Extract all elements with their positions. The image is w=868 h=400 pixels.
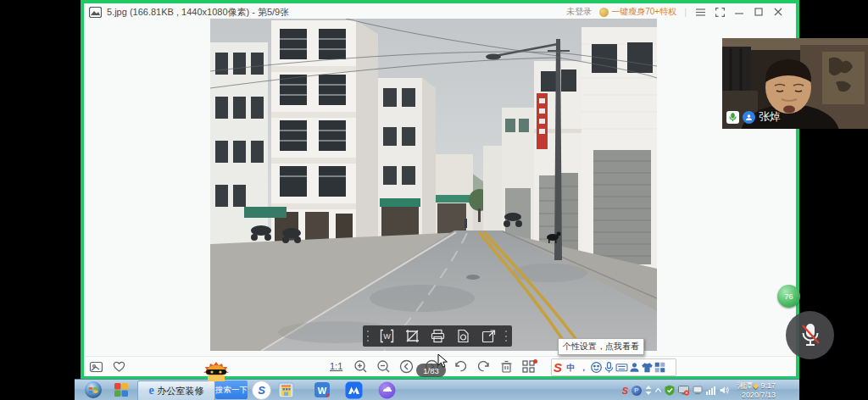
convert-file-button[interactable]	[456, 329, 470, 343]
previous-image-button[interactable]	[399, 359, 414, 374]
search-button[interactable]: 搜索一下	[215, 381, 248, 399]
start-button[interactable]	[84, 381, 103, 399]
divider: |	[684, 7, 687, 17]
participant-name: 张焯	[759, 109, 781, 125]
tray-date: 2020/7/13	[733, 391, 776, 400]
tray-clock[interactable]: 湘潭◆ 9:17 2020/7/13	[733, 381, 776, 399]
weather-icon: ◆	[753, 381, 759, 390]
open-with-button[interactable]	[481, 329, 496, 343]
titlebar: 5.jpg (166.81KB , 1440x1080像素) - 第5/9张 未…	[84, 3, 796, 20]
promo-badge-label: 一键瘦身70+特权	[611, 6, 676, 18]
drag-handle-right[interactable]	[505, 331, 508, 342]
ie-window-button[interactable]: e 办公室装修	[137, 381, 215, 400]
svg-text:W: W	[318, 386, 327, 396]
tray-volume-icon[interactable]	[720, 386, 730, 395]
sogou-skin-shirt-icon[interactable]	[641, 361, 654, 374]
sogou-voice-mic-icon[interactable]	[603, 361, 615, 374]
search-button-label: 搜索一下	[215, 385, 248, 396]
gallery-icon[interactable]	[89, 359, 103, 374]
mascot-flame-icon[interactable]	[203, 362, 230, 381]
tray-updown-icon[interactable]	[645, 386, 652, 395]
taskbar-app-colorful[interactable]	[113, 381, 130, 399]
watermark-button[interactable]: W	[380, 329, 394, 343]
tray-location: 湘潭	[737, 381, 753, 390]
window-title: 5.jpg (166.81KB , 1440x1080像素) - 第5/9张	[107, 6, 289, 19]
actual-size-button[interactable]: 1:1	[330, 361, 342, 375]
voov-meeting-icon[interactable]	[343, 381, 364, 399]
sogou-letter: S	[258, 384, 265, 397]
viewer-logo-icon	[89, 7, 102, 18]
accelerator-ball[interactable]: 76	[777, 285, 800, 308]
minimize-button[interactable]	[733, 6, 745, 18]
sogou-toolbox-icon[interactable]	[654, 361, 666, 374]
delete-trash-icon[interactable]	[499, 359, 514, 374]
sogou-logo[interactable]: S	[554, 360, 562, 375]
building-app-icon	[278, 382, 294, 398]
tray-time: 9:17	[760, 381, 776, 390]
coin-icon	[599, 8, 609, 17]
webcam-video: 张焯	[722, 38, 868, 129]
photo-floating-toolbar: W	[363, 325, 512, 347]
sogou-punctuation[interactable]: ，	[577, 361, 590, 374]
close-icon	[774, 8, 782, 16]
sogou-mode-chinese[interactable]: 中	[565, 361, 577, 374]
mic-muted-icon	[799, 323, 821, 348]
login-status[interactable]: 未登录	[566, 6, 592, 18]
windows-taskbar: e 办公室装修 搜索一下 S W	[75, 379, 799, 400]
promo-badge[interactable]: 一键瘦身70+特权	[599, 6, 676, 18]
mic-muted-button[interactable]	[786, 311, 834, 359]
system-tray: S P 湘潭◆ 9:17 2020/7/13	[622, 380, 776, 400]
print-button[interactable]	[431, 329, 445, 343]
maximize-icon	[754, 8, 763, 16]
minimize-icon	[735, 8, 743, 16]
menu-button[interactable]	[694, 6, 706, 18]
close-button[interactable]	[772, 6, 784, 18]
windows-start-orb-icon	[84, 381, 103, 399]
redo-rotate-right-icon[interactable]	[476, 359, 491, 374]
crop-button[interactable]	[405, 329, 420, 343]
internet-explorer-icon: e	[148, 384, 153, 397]
taskbar-app-purple[interactable]	[376, 381, 397, 399]
accelerator-value: 76	[784, 292, 793, 301]
street-photo	[210, 19, 657, 351]
zoom-out-icon[interactable]	[376, 359, 391, 374]
fullscreen-button[interactable]	[714, 6, 726, 18]
taskbar-app-building[interactable]	[276, 381, 295, 399]
tray-app-icon[interactable]: P	[632, 386, 642, 396]
sogou-emoji-icon[interactable]	[590, 361, 603, 374]
tray-sogou-icon[interactable]: S	[622, 386, 628, 396]
sogou-account-icon[interactable]	[628, 361, 641, 374]
zoom-in-icon[interactable]	[353, 359, 368, 374]
tray-network-signal-icon[interactable]	[706, 386, 716, 395]
participant-mic-icon	[726, 111, 739, 124]
tray-shield-icon[interactable]	[665, 385, 675, 396]
drag-handle-left[interactable]	[367, 331, 370, 342]
undo-rotate-left-icon[interactable]	[453, 359, 468, 374]
fullscreen-icon	[715, 8, 725, 17]
notification-dot	[533, 359, 537, 364]
tray-monitor-alert-icon[interactable]	[678, 386, 689, 396]
sogou-input-toolbar: S 中 ，	[551, 358, 676, 376]
sogou-keyboard-icon[interactable]	[615, 361, 628, 374]
maximize-button[interactable]	[753, 6, 765, 18]
participant-name-row: 张焯	[726, 109, 781, 125]
participant-avatar-icon	[743, 111, 755, 124]
sogou-browser-icon[interactable]: S	[252, 381, 271, 400]
ie-window-label: 办公室装修	[158, 385, 204, 397]
hamburger-icon	[696, 8, 705, 16]
svg-text:W: W	[383, 332, 391, 341]
favorite-heart-icon[interactable]	[112, 359, 126, 374]
settings-tooltip[interactable]: 个性设置，点我看看	[558, 338, 644, 355]
mouse-cursor	[437, 353, 448, 369]
hidden-icons-chevron[interactable]	[655, 388, 661, 392]
wps-office-icon[interactable]: W	[313, 381, 331, 399]
pinwheel-app-icon	[114, 382, 129, 397]
tray-device-icon[interactable]	[693, 386, 703, 395]
